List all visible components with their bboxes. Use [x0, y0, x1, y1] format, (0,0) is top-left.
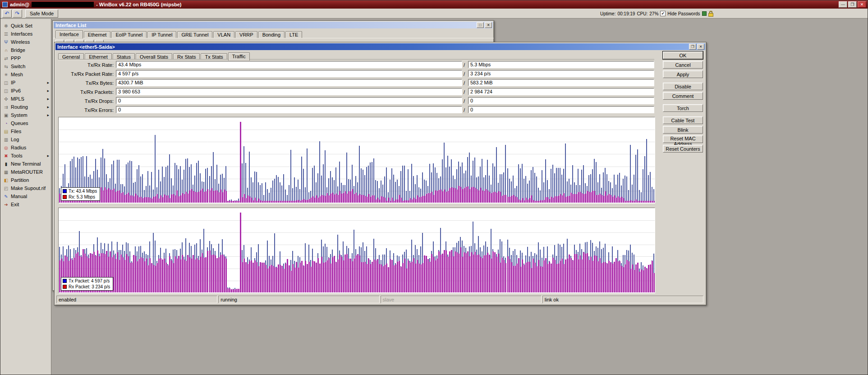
minimize-button[interactable]: —	[839, 1, 847, 8]
stat-separator: /	[464, 98, 465, 104]
safe-mode-button[interactable]: Safe Mode	[25, 9, 58, 18]
sidebar-item-tools[interactable]: ✖ Tools ▸	[0, 152, 51, 160]
interface-list-tab-vrrp[interactable]: VRRP	[235, 31, 257, 38]
interface-list-tab-ethernet[interactable]: Ethernet	[84, 31, 111, 38]
sidebar-item-ppp[interactable]: ⇄ PPP ▸	[0, 54, 51, 62]
interface-list-tab-vlan[interactable]: VLAN	[213, 31, 234, 38]
sidebar-item-ipv6[interactable]: ◫ IPv6 ▸	[0, 87, 51, 95]
dialog-button-torch[interactable]: Torch	[663, 104, 703, 112]
interface-list-tab-eoip-tunnel[interactable]: EoIP Tunnel	[111, 31, 147, 38]
sidebar-item-quick-set[interactable]: ✻ Quick Set ▸	[0, 22, 51, 30]
tx-value-field[interactable]: 3 980 653	[116, 88, 462, 95]
rx-value-field[interactable]: 2 984 724	[468, 88, 654, 95]
maximize-button[interactable]: ❐	[848, 1, 857, 8]
sidebar-item-log[interactable]: ▥ Log ▸	[0, 135, 51, 144]
sidebar-item-wireless[interactable]: Ψ Wireless ▸	[0, 38, 51, 46]
sidebar-item-label: Routing	[11, 104, 28, 110]
interface-list-tab-interface[interactable]: Interface	[55, 30, 83, 38]
status-slave: slave	[381, 296, 542, 303]
dialog-button-blink[interactable]: Blink	[663, 126, 703, 134]
tx-value-field[interactable]: 43.4 Mbps	[116, 61, 462, 68]
tx-value-field[interactable]: 4 597 p/s	[116, 70, 462, 77]
tx-value-field[interactable]: 0	[116, 106, 462, 113]
rx-value-field[interactable]: 3 234 p/s	[468, 70, 654, 77]
dialog-button-ok[interactable]: OK	[663, 51, 703, 59]
rx-value-field[interactable]: 0	[468, 106, 654, 113]
legend-swatch	[63, 189, 67, 193]
dialog-titlebar[interactable]: Interface <ether5-Saida> ❐ ✕	[55, 43, 705, 50]
undo-button[interactable]: ↶	[2, 9, 12, 18]
tx-value-field[interactable]: 4300.7 MiB	[116, 79, 462, 86]
sidebar-item-bridge[interactable]: ∩ Bridge ▸	[0, 46, 51, 54]
mesh-icon: ✳	[3, 72, 9, 77]
interface-list-maximize-button[interactable]: □	[477, 22, 484, 28]
sidebar-item-label: Make Supout.rif	[11, 185, 46, 191]
sidebar-item-make-supout-rif[interactable]: ◰ Make Supout.rif ▸	[0, 184, 51, 192]
close-button[interactable]: ✕	[858, 1, 866, 8]
legend-swatch	[63, 285, 67, 289]
interface-list-tab-bonding[interactable]: Bonding	[258, 31, 285, 38]
dialog-maximize-button[interactable]: ❐	[689, 44, 696, 50]
rx-value-field[interactable]: 583.2 MiB	[468, 79, 654, 86]
stat-label: Tx/Rx Errors:	[55, 107, 114, 113]
sidebar-item-queues[interactable]: ◔ Queues ▸	[0, 119, 51, 127]
dialog-button-apply[interactable]: Apply	[663, 70, 703, 78]
sidebar-item-label: Quick Set	[11, 23, 32, 28]
status-link-ok: link ok	[542, 296, 703, 303]
interface-list-titlebar[interactable]: Interface List □ ✕	[54, 22, 493, 28]
sidebar-item-new-terminal[interactable]: ▮ New Terminal ▸	[0, 160, 51, 168]
sidebar-item-label: IP	[11, 80, 15, 85]
main-titlebar[interactable]: admin@ - WinBox v6.22 on RB450G (mipsbe)…	[0, 0, 868, 9]
sidebar-item-ip[interactable]: ◫ IP ▸	[0, 79, 51, 87]
tx-value-field[interactable]: 0	[116, 97, 462, 104]
sidebar-item-system[interactable]: ▣ System ▸	[0, 111, 51, 119]
rx-value-field[interactable]: 0	[468, 97, 654, 104]
dialog-close-button[interactable]: ✕	[697, 44, 704, 50]
rx-value-field[interactable]: 5.3 Mbps	[468, 61, 654, 68]
hide-passwords-checkbox[interactable]: ✔	[660, 11, 666, 16]
sidebar-item-manual[interactable]: ✎ Manual ▸	[0, 192, 51, 200]
dialog-button-cancel[interactable]: Cancel	[663, 61, 703, 69]
app-title: admin@ - WinBox v6.22 on RB450G (mipsbe)	[10, 2, 182, 7]
tools-icon: ✖	[3, 153, 9, 158]
sidebar-item-switch[interactable]: ⇆ Switch ▸	[0, 62, 51, 70]
submenu-arrow-icon: ▸	[47, 80, 49, 85]
tabs-separator	[58, 59, 654, 60]
redo-button[interactable]: ↷	[13, 9, 22, 18]
legend-entry: Tx: 43.4 Mbps	[63, 189, 97, 194]
sidebar-item-exit[interactable]: ➔ Exit ▸	[0, 200, 51, 208]
stat-separator: /	[464, 80, 465, 86]
interface-list-tab-gre-tunnel[interactable]: GRE Tunnel	[177, 31, 212, 38]
connection-indicator-icon	[702, 11, 707, 16]
sidebar-item-label: Exit	[11, 202, 19, 207]
interface-list-tab-lte[interactable]: LTE	[285, 31, 302, 38]
system-icon: ▣	[3, 113, 9, 118]
legend-label: Tx Packet: 4 597 p/s	[69, 278, 110, 283]
dialog-button-reset-counters[interactable]: Reset Counters	[663, 145, 703, 153]
interface-list-close-button[interactable]: ✕	[485, 22, 492, 28]
legend-swatch	[63, 279, 67, 283]
dialog-button-reset-mac-address[interactable]: Reset MAC Address	[663, 135, 703, 143]
sidebar-item-label: Wireless	[11, 39, 30, 45]
dialog-tab-traffic[interactable]: Traffic	[228, 52, 250, 60]
sidebar-item-interfaces[interactable]: ☰ Interfaces ▸	[0, 30, 51, 38]
sidebar-item-mesh[interactable]: ✳ Mesh ▸	[0, 70, 51, 79]
sidebar-item-label: MPLS	[11, 96, 24, 102]
sidebar-item-files[interactable]: ▤ Files ▸	[0, 127, 51, 135]
metarouter-icon: ▦	[3, 170, 9, 175]
sidebar-item-partition[interactable]: ◧ Partition ▸	[0, 176, 51, 184]
submenu-arrow-icon: ▸	[47, 105, 49, 109]
check-icon: ✔	[661, 11, 665, 16]
sidebar-item-mpls[interactable]: ✣ MPLS ▸	[0, 95, 51, 103]
log-icon: ▥	[3, 137, 9, 142]
sidebar-item-radius[interactable]: ◎ Radius ▸	[0, 144, 51, 152]
dialog-button-disable[interactable]: Disable	[663, 83, 703, 90]
ip-icon: ◫	[3, 80, 9, 85]
dialog-button-cable-test[interactable]: Cable Test	[663, 116, 703, 124]
dialog-button-comment[interactable]: Comment	[663, 92, 703, 100]
routing-icon: ⇉	[3, 105, 9, 110]
legend-label: Rx: 5.3 Mbps	[69, 194, 95, 199]
sidebar-item-metarouter[interactable]: ▦ MetaROUTER ▸	[0, 168, 51, 176]
interface-list-tab-ip-tunnel[interactable]: IP Tunnel	[147, 31, 176, 38]
sidebar-item-routing[interactable]: ⇉ Routing ▸	[0, 103, 51, 111]
